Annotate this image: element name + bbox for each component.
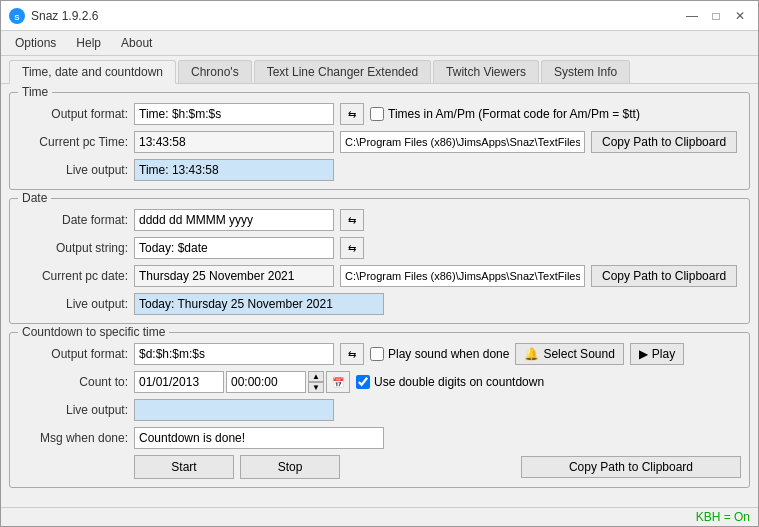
- play-sound-label: Play sound when done: [388, 347, 509, 361]
- tabs-bar: Time, date and countdown Chrono's Text L…: [1, 56, 758, 84]
- time-current-row: Current pc Time: Copy Path to Clipboard: [18, 131, 741, 153]
- time-group: Time Output format: ⇆ Times in Am/Pm (Fo…: [9, 92, 750, 190]
- date-format-icon-btn[interactable]: ⇆: [340, 209, 364, 231]
- time-output-format-input[interactable]: [134, 103, 334, 125]
- date-current-input: [134, 265, 334, 287]
- window-title: Snaz 1.9.2.6: [31, 9, 98, 23]
- date-live-output-label: Live output:: [18, 297, 128, 311]
- time-live-output-input: [134, 159, 334, 181]
- date-format-input[interactable]: [134, 209, 334, 231]
- maximize-button[interactable]: □: [706, 6, 726, 26]
- stop-button[interactable]: Stop: [240, 455, 340, 479]
- date-path-section: Copy Path to Clipboard: [340, 265, 741, 287]
- title-bar-controls: — □ ✕: [682, 6, 750, 26]
- time-live-output-row: Live output:: [18, 159, 741, 181]
- countdown-output-format-input[interactable]: [134, 343, 334, 365]
- count-to-time-input[interactable]: [226, 371, 306, 393]
- date-output-string-row: Output string: ⇆: [18, 237, 741, 259]
- count-to-date-input[interactable]: [134, 371, 224, 393]
- play-label: Play: [652, 347, 675, 361]
- time-ampm-label: Times in Am/Pm (Format code for Am/Pm = …: [388, 107, 640, 121]
- count-to-spinner: ▲ ▼: [308, 371, 324, 393]
- tab-system-info[interactable]: System Info: [541, 60, 630, 83]
- main-window: S Snaz 1.9.2.6 — □ ✕ Options Help About …: [0, 0, 759, 527]
- menu-help[interactable]: Help: [66, 33, 111, 53]
- title-bar-left: S Snaz 1.9.2.6: [9, 8, 98, 24]
- countdown-group-label: Countdown to specific time: [18, 325, 169, 339]
- time-output-format-label: Output format:: [18, 107, 128, 121]
- countdown-format-row: Output format: ⇆ Play sound when done 🔔 …: [18, 343, 741, 365]
- countdown-output-format-label: Output format:: [18, 347, 128, 361]
- play-sound-checkbox-row: Play sound when done: [370, 347, 509, 361]
- date-output-string-icon-btn[interactable]: ⇆: [340, 237, 364, 259]
- time-format-icon-btn[interactable]: ⇆: [340, 103, 364, 125]
- countdown-group: Countdown to specific time Output format…: [9, 332, 750, 488]
- date-output-string-label: Output string:: [18, 241, 128, 255]
- countdown-msg-done-label: Msg when done:: [18, 431, 128, 445]
- double-digits-section: Use double digits on countdown: [356, 375, 741, 389]
- date-live-output-input: [134, 293, 384, 315]
- select-sound-label: Select Sound: [543, 347, 614, 361]
- countdown-copy-section: Copy Path to Clipboard: [346, 456, 741, 478]
- count-to-inputs: ▲ ▼ 📅: [134, 371, 350, 393]
- bell-icon: 🔔: [524, 347, 539, 361]
- date-live-output-row: Live output:: [18, 293, 741, 315]
- time-ampm-checkbox[interactable]: [370, 107, 384, 121]
- countdown-live-output-label: Live output:: [18, 403, 128, 417]
- minimize-button[interactable]: —: [682, 6, 702, 26]
- countdown-copy-btn[interactable]: Copy Path to Clipboard: [521, 456, 741, 478]
- time-path-section: Copy Path to Clipboard: [340, 131, 741, 153]
- time-group-label: Time: [18, 85, 52, 99]
- date-group-label: Date: [18, 191, 51, 205]
- date-current-row: Current pc date: Copy Path to Clipboard: [18, 265, 741, 287]
- app-icon: S: [9, 8, 25, 24]
- date-current-label: Current pc date:: [18, 269, 128, 283]
- countdown-start-stop-row: Start Stop Copy Path to Clipboard: [18, 455, 741, 479]
- tab-twitch-viewers[interactable]: Twitch Viewers: [433, 60, 539, 83]
- date-copy-btn[interactable]: Copy Path to Clipboard: [591, 265, 737, 287]
- time-live-output-label: Live output:: [18, 163, 128, 177]
- date-format-label: Date format:: [18, 213, 128, 227]
- play-sound-button[interactable]: ▶ Play: [630, 343, 684, 365]
- spin-up-button[interactable]: ▲: [308, 371, 324, 382]
- time-output-format-row: Output format: ⇆ Times in Am/Pm (Format …: [18, 103, 741, 125]
- countdown-format-icon-btn[interactable]: ⇆: [340, 343, 364, 365]
- menu-bar: Options Help About: [1, 31, 758, 56]
- spin-down-button[interactable]: ▼: [308, 382, 324, 393]
- countdown-live-output-row: Live output:: [18, 399, 741, 421]
- date-group: Date Date format: ⇆ Output string: ⇆ Cur…: [9, 198, 750, 324]
- close-button[interactable]: ✕: [730, 6, 750, 26]
- time-path-input[interactable]: [340, 131, 585, 153]
- time-copy-btn[interactable]: Copy Path to Clipboard: [591, 131, 737, 153]
- time-current-label: Current pc Time:: [18, 135, 128, 149]
- kbh-status: KBH = On: [696, 510, 750, 524]
- time-current-input: [134, 131, 334, 153]
- date-path-input[interactable]: [340, 265, 585, 287]
- time-right-section: Times in Am/Pm (Format code for Am/Pm = …: [370, 107, 741, 121]
- tab-chronos[interactable]: Chrono's: [178, 60, 252, 83]
- svg-text:S: S: [14, 12, 20, 21]
- title-bar: S Snaz 1.9.2.6 — □ ✕: [1, 1, 758, 31]
- countdown-msg-done-input[interactable]: [134, 427, 384, 449]
- play-icon: ▶: [639, 347, 648, 361]
- countdown-count-to-label: Count to:: [18, 375, 128, 389]
- double-digits-checkbox[interactable]: [356, 375, 370, 389]
- double-digits-label: Use double digits on countdown: [374, 375, 544, 389]
- countdown-sound-section: Play sound when done 🔔 Select Sound ▶ Pl…: [370, 343, 741, 365]
- menu-about[interactable]: About: [111, 33, 162, 53]
- count-to-calendar-btn[interactable]: 📅: [326, 371, 350, 393]
- select-sound-button[interactable]: 🔔 Select Sound: [515, 343, 623, 365]
- date-format-row: Date format: ⇆: [18, 209, 741, 231]
- countdown-count-to-row: Count to: ▲ ▼ 📅 Use double digits on cou…: [18, 371, 741, 393]
- play-sound-checkbox[interactable]: [370, 347, 384, 361]
- countdown-live-output-input: [134, 399, 334, 421]
- status-bar: KBH = On: [1, 507, 758, 526]
- start-button[interactable]: Start: [134, 455, 234, 479]
- time-ampm-checkbox-row: Times in Am/Pm (Format code for Am/Pm = …: [370, 107, 640, 121]
- countdown-msg-done-row: Msg when done:: [18, 427, 741, 449]
- tab-text-line-changer[interactable]: Text Line Changer Extended: [254, 60, 431, 83]
- tab-time-date-countdown[interactable]: Time, date and countdown: [9, 60, 176, 84]
- date-output-string-input[interactable]: [134, 237, 334, 259]
- menu-options[interactable]: Options: [5, 33, 66, 53]
- double-digits-checkbox-row: Use double digits on countdown: [356, 375, 544, 389]
